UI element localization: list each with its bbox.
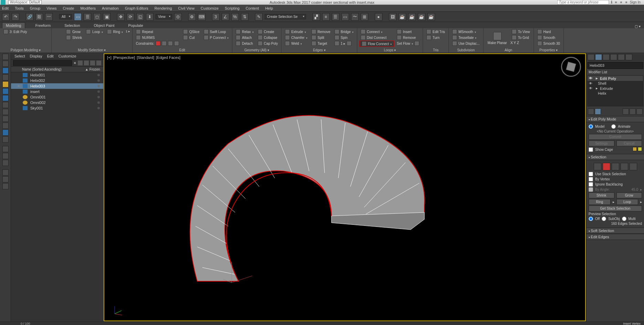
create-panel-tab[interactable] bbox=[588, 54, 594, 60]
to-grid-button[interactable]: To Grid bbox=[510, 35, 531, 40]
select-object-button[interactable]: ▭ bbox=[74, 13, 82, 21]
angle-snap-button[interactable]: ∠ bbox=[222, 13, 229, 21]
selection-filter-dropdown[interactable]: All bbox=[59, 14, 72, 19]
tool-icon[interactable] bbox=[2, 160, 9, 166]
toggle-ribbon-button[interactable]: ▭ bbox=[341, 13, 349, 21]
bind-spacewarp-button[interactable]: 〰 bbox=[45, 13, 53, 21]
tab-populate[interactable]: Populate bbox=[125, 23, 146, 28]
tool-icon[interactable] bbox=[2, 67, 9, 74]
weld-button[interactable]: Weld bbox=[284, 41, 308, 46]
create-button[interactable]: Create bbox=[256, 29, 279, 34]
dist-connect-button[interactable]: Dist Connect bbox=[359, 35, 394, 40]
infocenter-icon[interactable]: ℹ bbox=[611, 0, 612, 4]
undo-button[interactable]: ↶ bbox=[2, 13, 10, 21]
show-cage-checkbox[interactable] bbox=[589, 147, 593, 152]
polygon-so-button[interactable] bbox=[621, 163, 628, 170]
align-y-button[interactable]: Y bbox=[514, 41, 516, 45]
connect-button[interactable]: Connect bbox=[359, 29, 394, 34]
rotate-button[interactable]: ⟳ bbox=[127, 13, 134, 21]
tool-icon[interactable] bbox=[2, 116, 9, 122]
relax-button[interactable]: Relax bbox=[234, 29, 255, 34]
tool-icon[interactable] bbox=[2, 109, 9, 115]
menu-tools[interactable]: Tools bbox=[15, 6, 24, 10]
tool-icon[interactable] bbox=[2, 61, 9, 67]
percent-snap-button[interactable]: % bbox=[231, 13, 239, 21]
scale-button[interactable]: ◱ bbox=[136, 13, 144, 21]
unlink-button[interactable]: ⛓ bbox=[35, 13, 43, 21]
remove-modifier-icon[interactable] bbox=[630, 108, 636, 115]
menu-group[interactable]: Group bbox=[30, 6, 41, 10]
render-button[interactable]: ☕ bbox=[408, 13, 416, 21]
loop-button[interactable]: Loop bbox=[85, 29, 104, 34]
tool-icon[interactable] bbox=[2, 74, 9, 81]
turn-button[interactable]: Turn bbox=[425, 35, 446, 40]
menu-rendering[interactable]: Rendering bbox=[155, 6, 172, 10]
scene-item-helix003[interactable]: 👁Helix003❄ bbox=[11, 83, 103, 89]
scene-item-insert[interactable]: insert❄ bbox=[11, 89, 103, 94]
spin-button[interactable]: Spin bbox=[333, 35, 355, 40]
make-planar-button[interactable]: Make Planar bbox=[486, 29, 509, 48]
mirror-button[interactable]: ▞ bbox=[313, 13, 320, 21]
ribbon-pin-icon[interactable]: ▢ ▾ bbox=[635, 24, 641, 28]
cap-poly-button[interactable]: Cap Poly bbox=[256, 41, 279, 46]
scene-item-helix001[interactable]: Helix001❄ bbox=[11, 72, 103, 78]
tool-icon[interactable] bbox=[2, 146, 9, 152]
menu-civil-view[interactable]: Civil View bbox=[178, 6, 194, 10]
to-view-button[interactable]: To View bbox=[510, 29, 531, 34]
edit-tris-button[interactable]: Edit Tris bbox=[425, 29, 446, 34]
tool-icon[interactable] bbox=[2, 102, 9, 108]
snap-toggle-button[interactable]: 3 bbox=[212, 13, 220, 21]
extrude-button[interactable]: Extrude bbox=[284, 29, 308, 34]
swift-loop-button[interactable]: Swift Loop bbox=[202, 29, 230, 34]
display-icon[interactable] bbox=[96, 61, 101, 65]
help-search-input[interactable] bbox=[557, 0, 609, 4]
schematic-view-button[interactable]: ⊞ bbox=[361, 13, 368, 21]
se-menu-display[interactable]: Display bbox=[30, 54, 42, 58]
tool-icon[interactable] bbox=[2, 176, 9, 182]
tool-icon[interactable] bbox=[2, 153, 9, 159]
menu-scripting[interactable]: Scripting bbox=[225, 6, 240, 10]
tab-object-paint[interactable]: Object Paint bbox=[91, 23, 118, 28]
utilities-panel-tab[interactable] bbox=[625, 54, 632, 60]
select-by-name-button[interactable]: ☰ bbox=[84, 13, 91, 21]
pivot-center-button[interactable]: ⊙ bbox=[174, 13, 182, 21]
favorite-star-icon[interactable]: ★ bbox=[625, 0, 628, 4]
repeat-button[interactable]: Repeat bbox=[135, 29, 180, 34]
element-so-button[interactable] bbox=[630, 163, 637, 170]
rollout-soft-selection[interactable]: Soft Selection bbox=[587, 228, 644, 234]
preview-multi-radio[interactable] bbox=[622, 217, 626, 221]
column-name-header[interactable]: Name (Sorted Ascending) bbox=[22, 67, 84, 71]
object-name-field[interactable]: Helix003 bbox=[587, 62, 643, 69]
menu-create[interactable]: Create bbox=[63, 6, 74, 10]
rectangle-region-button[interactable]: ◻ bbox=[93, 13, 101, 21]
chamfer-button[interactable]: Chamfer bbox=[284, 35, 308, 40]
insert-loop-button[interactable]: Insert bbox=[395, 29, 421, 34]
tool-icon[interactable] bbox=[2, 169, 9, 176]
model-radio[interactable] bbox=[589, 124, 593, 129]
cut-button[interactable]: Cut bbox=[182, 35, 201, 40]
spinner-snap-button[interactable]: ⇅ bbox=[241, 13, 249, 21]
link-button[interactable]: 🔗 bbox=[26, 13, 33, 21]
set-flow-button[interactable]: Set Flow bbox=[395, 41, 421, 46]
smooth30-button[interactable]: Smooth 30 bbox=[536, 41, 561, 46]
p-connect-button[interactable]: P Connect bbox=[202, 35, 230, 40]
grow-button[interactable]: Grow bbox=[65, 29, 83, 34]
render-production-button[interactable]: ☕ bbox=[427, 13, 435, 21]
commit-button[interactable]: Commit bbox=[589, 134, 642, 140]
viewport-label[interactable]: [+] [Perspective] [Standard] [Edged Face… bbox=[107, 55, 181, 60]
target-weld-button[interactable]: Target bbox=[310, 41, 332, 46]
render-setup-button[interactable]: 🖼 bbox=[389, 13, 397, 21]
pin-stack-icon[interactable] bbox=[588, 108, 594, 115]
preview-off-radio[interactable] bbox=[589, 217, 593, 221]
window-crossing-button[interactable]: ▣ bbox=[103, 13, 110, 21]
shrink-button[interactable]: Shrink bbox=[65, 35, 83, 40]
scene-filter-input[interactable] bbox=[13, 60, 72, 66]
favorite-star-icon[interactable]: ★ bbox=[620, 0, 623, 4]
move-button[interactable]: ✥ bbox=[117, 13, 125, 21]
menu-edit[interactable]: Edit bbox=[2, 6, 9, 10]
material-editor-button[interactable]: ● bbox=[375, 13, 382, 21]
configure-sets-icon[interactable] bbox=[636, 108, 643, 115]
sync-icon[interactable] bbox=[90, 61, 95, 65]
column-frozen-header[interactable]: ▲ Frozen bbox=[84, 67, 101, 71]
preview-subobj-radio[interactable] bbox=[602, 217, 606, 221]
